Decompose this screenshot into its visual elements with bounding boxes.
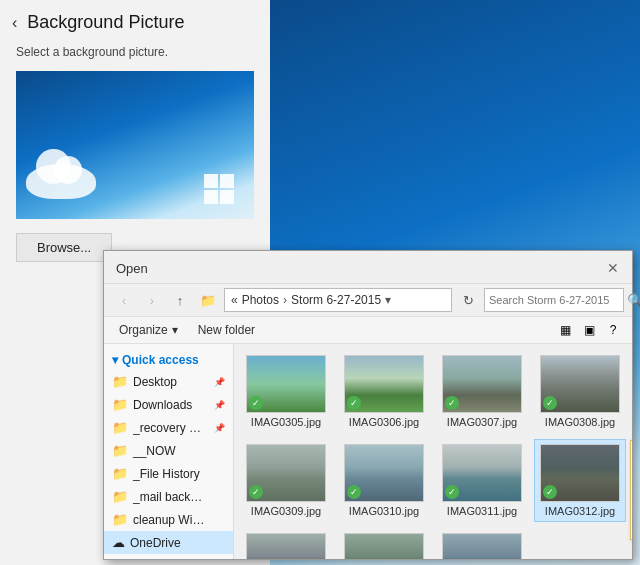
- up-nav-button[interactable]: ↑: [168, 289, 192, 311]
- file-item[interactable]: ✓ IMAG0311.jpg: [436, 439, 528, 522]
- close-button[interactable]: ✕: [602, 257, 624, 279]
- file-thumbnail: ✓: [344, 444, 424, 502]
- breadcrumb-storm[interactable]: Storm 6-27-2015: [291, 293, 381, 307]
- refresh-button[interactable]: ↻: [456, 289, 480, 311]
- file-name: IMAG0307.jpg: [447, 416, 517, 428]
- dialog-actions: Organize ▾ New folder ▦ ▣ ?: [104, 317, 632, 344]
- downloads-label: Downloads: [133, 398, 192, 412]
- file-thumbnail: ✓: [442, 355, 522, 413]
- pane-button[interactable]: ▣: [578, 320, 600, 340]
- breadcrumb-sep: ›: [283, 293, 287, 307]
- check-badge: ✓: [249, 396, 263, 410]
- sidebar-item-history[interactable]: 📁 _File History: [104, 462, 233, 485]
- now-label: __NOW: [133, 444, 176, 458]
- organize-label: Organize: [119, 323, 168, 337]
- search-icon: 🔍: [627, 293, 640, 308]
- recovery-pin: 📌: [214, 423, 225, 433]
- thispc-label: This PC: [133, 559, 176, 560]
- check-badge: ✓: [445, 396, 459, 410]
- file-item[interactable]: ✓ IMAG0308.jpg: [534, 350, 626, 433]
- browse-button[interactable]: Browse...: [16, 233, 112, 262]
- logo-sq-4: [220, 190, 234, 204]
- sidebar: ▾ Quick access 📁 Desktop 📌 📁 Downloads 📌…: [104, 344, 234, 559]
- panel-title: Background Picture: [27, 12, 184, 33]
- cleanup-label: cleanup Window: [133, 513, 208, 527]
- quick-access-chevron: ▾: [112, 353, 118, 367]
- breadcrumb-bar[interactable]: « Photos › Storm 6-27-2015 ▾: [224, 288, 452, 312]
- sidebar-item-now[interactable]: 📁 __NOW: [104, 439, 233, 462]
- open-dialog: Open ✕ ‹ › ↑ 📁 « Photos › Storm 6-27-201…: [103, 250, 633, 560]
- file-name: IMAG0309.jpg: [251, 505, 321, 517]
- logo-sq-3: [204, 190, 218, 204]
- help-button[interactable]: ?: [602, 320, 624, 340]
- forward-nav-button[interactable]: ›: [140, 289, 164, 311]
- organize-chevron: ▾: [172, 323, 178, 337]
- view-buttons: ▦ ▣ ?: [554, 320, 624, 340]
- sidebar-item-cleanup[interactable]: 📁 cleanup Window: [104, 508, 233, 531]
- check-badge: ✓: [445, 485, 459, 499]
- logo-sq-1: [204, 174, 218, 188]
- new-folder-label: New folder: [198, 323, 255, 337]
- desktop-pin: 📌: [214, 377, 225, 387]
- background-preview: [16, 71, 254, 219]
- breadcrumb-arrow: «: [231, 293, 238, 307]
- file-thumbnail: ✓: [540, 355, 620, 413]
- check-badge: ✓: [347, 396, 361, 410]
- check-badge: ✓: [347, 485, 361, 499]
- file-item-active[interactable]: ✓ IMAG0312.jpg IMAG0312.jpg 6/27/2015 3:…: [534, 439, 626, 522]
- file-item[interactable]: ✓ IMAG0310.jpg: [338, 439, 430, 522]
- file-item[interactable]: ✓ IMAG0307.jpg: [436, 350, 528, 433]
- onedrive-label: OneDrive: [130, 536, 181, 550]
- view-toggle-button[interactable]: ▦: [554, 320, 576, 340]
- file-thumbnail: ✓: [344, 533, 424, 559]
- sidebar-item-downloads[interactable]: 📁 Downloads 📌: [104, 393, 233, 416]
- history-icon: 📁: [112, 466, 128, 481]
- desktop-icon: 📁: [112, 374, 128, 389]
- sidebar-item-desktop[interactable]: 📁 Desktop 📌: [104, 370, 233, 393]
- file-name: IMAG0306.jpg: [349, 416, 419, 428]
- file-name: IMAG0312.jpg: [545, 505, 615, 517]
- downloads-icon: 📁: [112, 397, 128, 412]
- file-name: IMAG0308.jpg: [545, 416, 615, 428]
- file-tooltip: IMAG0312.jpg 6/27/2015 3:43 PM unrated 2…: [630, 440, 632, 540]
- file-thumbnail: ✓: [442, 533, 522, 559]
- breadcrumb-dropdown[interactable]: ▾: [385, 293, 391, 307]
- file-item[interactable]: ✓ IMAG0313.jpg: [240, 528, 332, 559]
- back-nav-button[interactable]: ‹: [112, 289, 136, 311]
- history-label: _File History: [133, 467, 200, 481]
- file-thumbnail: ✓: [540, 444, 620, 502]
- onedrive-icon: ☁: [112, 535, 125, 550]
- logo-sq-2: [220, 174, 234, 188]
- mail-icon: 📁: [112, 489, 128, 504]
- breadcrumb-photos[interactable]: Photos: [242, 293, 279, 307]
- sidebar-item-onedrive[interactable]: ☁ OneDrive: [104, 531, 233, 554]
- mail-label: _mail backgroun: [133, 490, 208, 504]
- panel-subtitle: Select a background picture.: [0, 41, 270, 71]
- file-item[interactable]: ✓ IMAG0315.jpg: [436, 528, 528, 559]
- quick-access-header[interactable]: ▾ Quick access: [104, 348, 233, 370]
- cleanup-icon: 📁: [112, 512, 128, 527]
- check-badge: ✓: [249, 485, 263, 499]
- file-thumbnail: ✓: [246, 444, 326, 502]
- search-input[interactable]: [489, 294, 627, 306]
- file-item[interactable]: ✓ IMAG0306.jpg: [338, 350, 430, 433]
- preview-gradient: [16, 71, 254, 219]
- file-item[interactable]: ✓ IMAG0309.jpg: [240, 439, 332, 522]
- recovery-icon: 📁: [112, 420, 128, 435]
- windows-logo: [204, 174, 234, 204]
- back-button[interactable]: ‹: [12, 14, 17, 32]
- dialog-body: ▾ Quick access 📁 Desktop 📌 📁 Downloads 📌…: [104, 344, 632, 559]
- new-folder-button[interactable]: New folder: [191, 320, 262, 340]
- organize-button[interactable]: Organize ▾: [112, 320, 185, 340]
- file-item[interactable]: ✓ IMAG0305.jpg: [240, 350, 332, 433]
- file-thumbnail: ✓: [344, 355, 424, 413]
- recovery-label: _recovery driv: [133, 421, 203, 435]
- thispc-icon: 💻: [112, 558, 128, 559]
- quick-access-label: Quick access: [122, 353, 199, 367]
- sidebar-item-mail[interactable]: 📁 _mail backgroun: [104, 485, 233, 508]
- sidebar-item-recovery[interactable]: 📁 _recovery driv 📌: [104, 416, 233, 439]
- desktop-label: Desktop: [133, 375, 177, 389]
- dialog-titlebar: Open ✕: [104, 251, 632, 284]
- file-item[interactable]: ✓ IMAG0314.jpg: [338, 528, 430, 559]
- sidebar-item-thispc[interactable]: 💻 This PC: [104, 554, 233, 559]
